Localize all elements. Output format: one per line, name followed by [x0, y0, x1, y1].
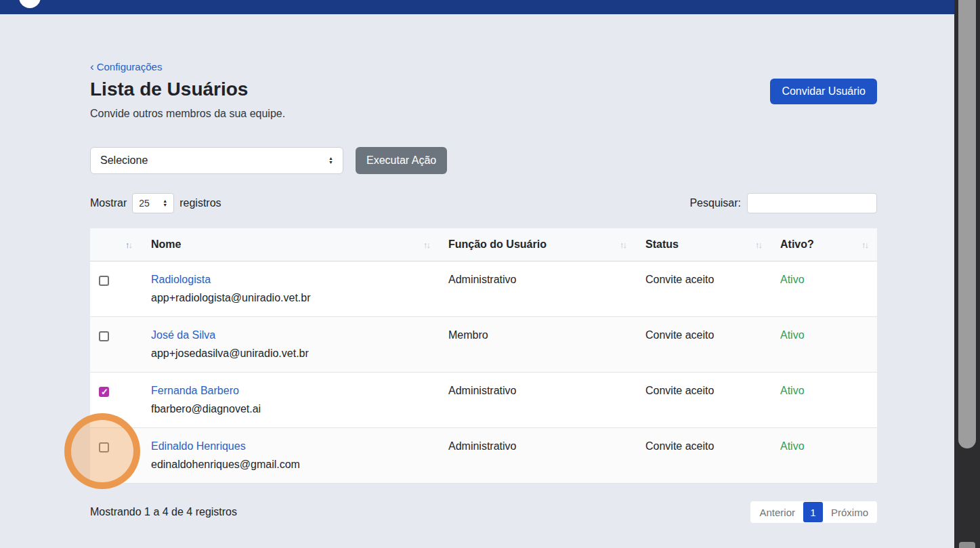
table-footer: Mostrando 1 a 4 de 4 registros Anterior …: [90, 501, 877, 523]
page-header: Lista de Usuários Convide outros membros…: [90, 78, 877, 120]
user-name-link[interactable]: José da Silva: [151, 329, 439, 341]
user-status: Convite aceito: [635, 373, 771, 427]
users-table: ↑↓ Nome ↑↓ Função do Usuário ↑↓ Status ↑…: [90, 228, 877, 484]
table-controls: Mostrar 25 ▲▼ registros Pesquisar:: [90, 193, 877, 213]
execute-action-button[interactable]: Executar Ação: [356, 147, 447, 174]
user-role: Administrativo: [439, 261, 635, 316]
user-name-link[interactable]: Fernanda Barbero: [151, 385, 439, 397]
table-header-row: ↑↓ Nome ↑↓ Função do Usuário ↑↓ Status ↑…: [90, 228, 877, 261]
sort-icon: ↑↓: [861, 240, 869, 250]
user-name-link[interactable]: Radiologista: [151, 274, 439, 286]
scrollbar-bottom-piece[interactable]: [959, 542, 975, 548]
user-status: Convite aceito: [635, 317, 771, 372]
user-status: Convite aceito: [635, 261, 771, 316]
row-checkbox[interactable]: [99, 442, 109, 452]
sort-icon: ↑↓: [125, 240, 133, 250]
user-role: Membro: [439, 317, 635, 372]
table-row: Fernanda Barbero fbarbero@diagnovet.ai A…: [90, 373, 877, 428]
column-label: Status: [645, 238, 679, 251]
column-header-select[interactable]: ↑↓: [90, 228, 141, 261]
row-checkbox[interactable]: [99, 276, 109, 286]
sort-icon: ↑↓: [423, 240, 431, 250]
user-active-status: Ativo: [771, 317, 877, 372]
breadcrumb-configuracoes[interactable]: ‹ Configurações: [90, 61, 162, 72]
pagination-next[interactable]: Próximo: [823, 507, 876, 518]
sort-icon: ↑↓: [620, 240, 627, 250]
bulk-action-select[interactable]: Selecione ▲▼: [90, 147, 343, 174]
column-label: Nome: [151, 238, 181, 251]
page-size-value: 25: [139, 198, 150, 209]
table-row: Edinaldo Henriques edinaldohenriques@gma…: [90, 428, 877, 484]
top-navbar: [0, 0, 980, 14]
logo-circle: [19, 0, 41, 8]
main-content: ‹ Configurações Lista de Usuários Convid…: [90, 14, 877, 523]
select-caret-icon: ▲▼: [328, 156, 333, 165]
column-header-ativo[interactable]: Ativo? ↑↓: [771, 228, 877, 261]
table-row: José da Silva app+josedasilva@uniradio.v…: [90, 317, 877, 373]
page-subtitle: Convide outros membros da sua equipe.: [90, 108, 877, 120]
user-email: edinaldohenriques@gmail.com: [151, 459, 439, 471]
column-label: Função do Usuário: [448, 238, 547, 251]
user-role: Administrativo: [439, 428, 635, 483]
records-label: registros: [179, 197, 221, 209]
records-summary: Mostrando 1 a 4 de 4 registros: [90, 506, 237, 518]
column-header-nome[interactable]: Nome ↑↓: [141, 228, 439, 261]
user-active-status: Ativo: [771, 261, 877, 316]
search-input[interactable]: [747, 193, 877, 213]
scrollbar-thumb[interactable]: [958, 0, 976, 448]
search-label: Pesquisar:: [689, 197, 741, 209]
page-size-select[interactable]: 25 ▲▼: [132, 193, 174, 213]
page-title: Lista de Usuários: [90, 78, 877, 101]
user-active-status: Ativo: [771, 373, 877, 427]
column-label: Ativo?: [780, 238, 814, 251]
scrollbar-track[interactable]: [954, 0, 980, 548]
bulk-action-row: Selecione ▲▼ Executar Ação: [90, 147, 877, 174]
select-caret-icon: ▲▼: [163, 199, 167, 207]
page-size-control: Mostrar 25 ▲▼ registros: [90, 193, 221, 213]
user-status: Convite aceito: [635, 428, 771, 483]
bulk-action-select-value: Selecione: [100, 154, 148, 167]
user-email: fbarbero@diagnovet.ai: [151, 403, 439, 415]
user-active-status: Ativo: [771, 428, 877, 483]
user-name-link[interactable]: Edinaldo Henriques: [151, 440, 439, 452]
column-header-status[interactable]: Status ↑↓: [635, 228, 771, 261]
row-checkbox[interactable]: [99, 331, 109, 341]
user-role: Administrativo: [439, 373, 635, 427]
user-email: app+radiologista@uniradio.vet.br: [151, 292, 439, 304]
show-label: Mostrar: [90, 197, 127, 209]
pagination: Anterior 1 Próximo: [750, 501, 877, 523]
breadcrumb-label: Configurações: [97, 61, 163, 72]
user-email: app+josedasilva@uniradio.vet.br: [151, 347, 439, 360]
search-control: Pesquisar:: [689, 193, 877, 213]
column-header-funcao[interactable]: Função do Usuário ↑↓: [439, 228, 635, 261]
pagination-previous[interactable]: Anterior: [751, 507, 803, 518]
table-row: Radiologista app+radiologista@uniradio.v…: [90, 261, 877, 317]
chevron-left-icon: ‹: [90, 62, 94, 72]
invite-user-button[interactable]: Convidar Usuário: [770, 79, 877, 104]
pagination-page-1[interactable]: 1: [803, 502, 823, 522]
sort-icon: ↑↓: [755, 240, 763, 250]
row-checkbox[interactable]: [99, 387, 109, 397]
